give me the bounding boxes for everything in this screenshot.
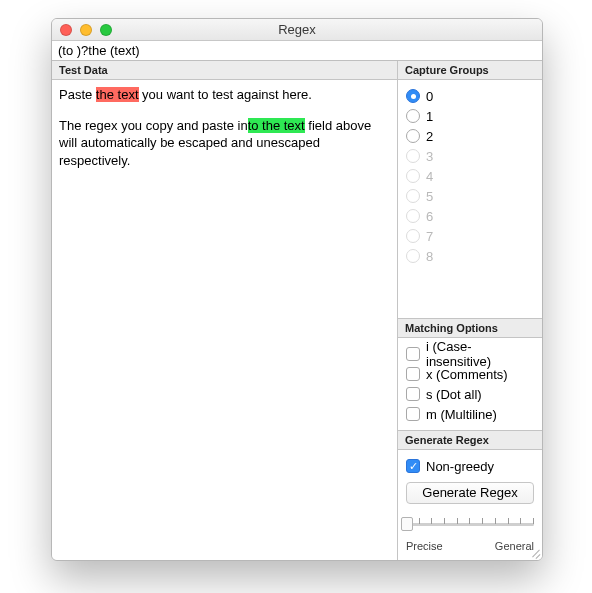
capture-group-4: 4 <box>406 166 534 186</box>
capture-group-label: 0 <box>426 89 433 104</box>
capture-group-2[interactable]: 2 <box>406 126 534 146</box>
capture-group-7: 7 <box>406 226 534 246</box>
test-line-1: Paste the text you want to test against … <box>59 86 390 104</box>
resize-grip-icon[interactable] <box>528 546 540 558</box>
checkbox-icon <box>406 387 420 401</box>
zoom-icon[interactable] <box>100 24 112 36</box>
checkbox-icon <box>406 347 420 361</box>
non-greedy-label: Non-greedy <box>426 459 494 474</box>
capture-group-label: 6 <box>426 209 433 224</box>
capture-group-label: 7 <box>426 229 433 244</box>
matching-option-label: s (Dot all) <box>426 387 482 402</box>
precision-slider[interactable] <box>406 516 534 532</box>
match-highlight-0: the text <box>96 87 139 102</box>
radio-icon <box>406 89 420 103</box>
checkbox-icon <box>406 367 420 381</box>
capture-group-8: 8 <box>406 246 534 266</box>
capture-group-3: 3 <box>406 146 534 166</box>
close-icon[interactable] <box>60 24 72 36</box>
capture-group-label: 3 <box>426 149 433 164</box>
capture-group-1[interactable]: 1 <box>406 106 534 126</box>
regex-input[interactable]: (to )?the (text) <box>52 41 542 61</box>
capture-group-label: 5 <box>426 189 433 204</box>
capture-group-5: 5 <box>406 186 534 206</box>
radio-icon <box>406 169 420 183</box>
capture-group-label: 1 <box>426 109 433 124</box>
slider-label-left: Precise <box>406 540 443 552</box>
capture-group-label: 8 <box>426 249 433 264</box>
radio-icon <box>406 209 420 223</box>
checkbox-icon <box>406 407 420 421</box>
regex-value: (to )?the (text) <box>58 43 140 58</box>
capture-group-label: 2 <box>426 129 433 144</box>
slider-labels: Precise General <box>406 540 534 552</box>
window-title: Regex <box>52 22 542 37</box>
checkbox-icon <box>406 459 420 473</box>
capture-group-0[interactable]: 0 <box>406 86 534 106</box>
matching-options-header: Matching Options <box>398 318 542 338</box>
matching-option-label: i (Case-insensitive) <box>426 339 534 369</box>
radio-icon <box>406 249 420 263</box>
titlebar[interactable]: Regex <box>52 19 542 41</box>
test-line-2: The regex you copy and paste into the te… <box>59 117 390 170</box>
matching-option-label: m (Multiline) <box>426 407 497 422</box>
generate-regex-header: Generate Regex <box>398 430 542 450</box>
matching-option[interactable]: m (Multiline) <box>406 404 534 424</box>
match-highlight-1: to the text <box>248 118 305 133</box>
test-data-area[interactable]: Paste the text you want to test against … <box>52 80 397 560</box>
capture-groups-panel: 012345678 <box>398 80 542 318</box>
regex-window: Regex (to )?the (text) Test Data Paste t… <box>51 18 543 561</box>
radio-icon <box>406 189 420 203</box>
radio-icon <box>406 229 420 243</box>
generate-panel: Non-greedy Generate Regex <box>398 450 542 510</box>
matching-options-panel: i (Case-insensitive)x (Comments)s (Dot a… <box>398 338 542 430</box>
slider-thumb-icon[interactable] <box>401 517 413 531</box>
non-greedy-option[interactable]: Non-greedy <box>406 456 534 476</box>
matching-option[interactable]: s (Dot all) <box>406 384 534 404</box>
generate-regex-button[interactable]: Generate Regex <box>406 482 534 504</box>
radio-icon <box>406 129 420 143</box>
radio-icon <box>406 149 420 163</box>
radio-icon <box>406 109 420 123</box>
matching-option-label: x (Comments) <box>426 367 508 382</box>
matching-option[interactable]: i (Case-insensitive) <box>406 344 534 364</box>
capture-group-label: 4 <box>426 169 433 184</box>
capture-group-6: 6 <box>406 206 534 226</box>
test-data-header: Test Data <box>52 61 397 80</box>
capture-groups-header: Capture Groups <box>398 61 542 80</box>
minimize-icon[interactable] <box>80 24 92 36</box>
